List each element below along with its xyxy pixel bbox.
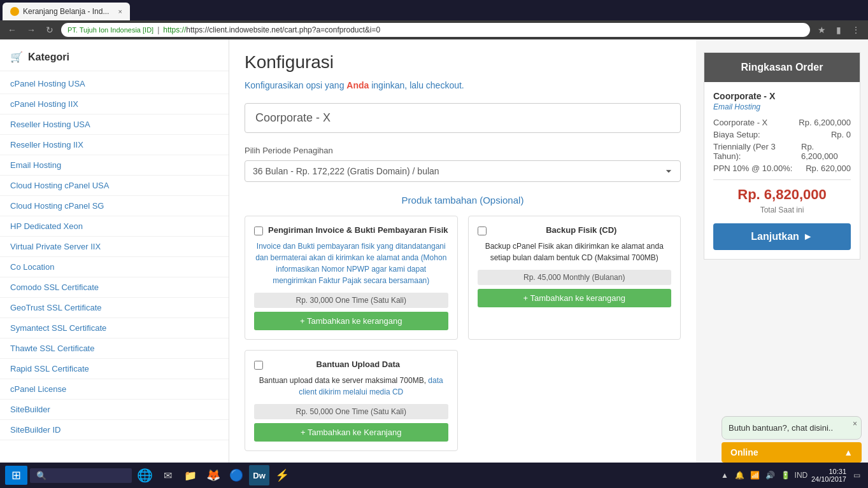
sidebar-item-thawte-ssl[interactable]: Thawte SSL Certificate <box>0 338 229 359</box>
addon-1-checkbox[interactable] <box>254 227 263 235</box>
addon-card-1: Pengiriman Invoice & Bukti Pembayaran Fi… <box>245 216 458 340</box>
chat-bubble: × Butuh bantuan?, chat disini.. <box>722 416 862 440</box>
url-text: https://https://client.indowebsite.net/c… <box>163 25 380 34</box>
page-subtitle: Konfigurasikan opsi yang Anda inginkan, … <box>245 80 681 90</box>
addon-2-add-btn[interactable]: + Tambahkan ke kerangang <box>478 289 672 307</box>
addon-1-btn-label: + Tambahkan ke kerangang <box>300 316 402 326</box>
period-label: Pilih Periode Penagihan <box>245 146 681 155</box>
addon-card-2: Backup Fisik (CD) Backup cPanel Fisik ak… <box>468 216 681 340</box>
sidebar-item-email-hosting[interactable]: Email Hosting <box>0 155 229 176</box>
addon-3-btn-label: + Tambahkan ke Keranjang <box>301 428 401 437</box>
product-name-box: Coorporate - X <box>245 103 681 133</box>
addon-2-description: Backup cPanel Fisik akan dikirimkan ke a… <box>478 241 672 263</box>
addon-card-3: Bantuan Upload Data Bantuan upload data … <box>245 350 458 451</box>
sidebar-item-reseller-usa[interactable]: Reseller Hosting USA <box>0 115 229 135</box>
order-triennially-label: Triennially (Per 3 Tahun): <box>713 142 801 161</box>
addon-3-header: Bantuan Upload Data <box>254 359 448 370</box>
product-name-text: Coorporate - X <box>255 111 331 124</box>
content-inner: Konfigurasi Konfigurasikan opsi yang And… <box>245 52 681 451</box>
sidebar-item-cloud-usa[interactable]: Cloud Hosting cPanel USA <box>0 176 229 196</box>
optional-title: Produk tambahan (Opsional) <box>245 195 681 206</box>
url-full: https://client.indowebsite.net/cart.php?… <box>186 25 380 34</box>
active-tab[interactable]: Keranjang Belanja - Ind... × <box>3 3 130 20</box>
addon-1-description: Invoice dan Bukti pembayaran fisik yang … <box>254 241 448 286</box>
sidebar-item-sitebuilder[interactable]: SiteBuilder <box>0 400 229 420</box>
menu-btn[interactable]: ⋮ <box>849 24 863 36</box>
content-area: Konfigurasi Konfigurasikan opsi yang And… <box>229 39 696 463</box>
right-panel: Ringkasan Order Coorporate - X Email Hos… <box>696 39 868 463</box>
addon-3-add-btn[interactable]: + Tambahkan ke Keranjang <box>254 423 448 442</box>
sidebar-item-co-location[interactable]: Co Location <box>0 257 229 277</box>
addon-2-title: Backup Fisik (CD) <box>492 225 672 235</box>
sidebar-item-cloud-sg[interactable]: Cloud Hosting cPanel SG <box>0 196 229 216</box>
addon-3-checkbox[interactable] <box>254 361 263 370</box>
order-total: Rp. 6,820,000 <box>713 186 851 203</box>
sidebar-item-cpanel-iix[interactable]: cPanel Hosting IIX <box>0 94 229 115</box>
order-triennially-value: Rp. 6,200,000 <box>801 142 851 161</box>
url-secure-label: PT. Tujuh Ion Indonesia [ID] <box>68 26 153 34</box>
addon-3-title: Bantuan Upload Data <box>268 359 448 369</box>
back-btn[interactable]: ← <box>5 24 19 36</box>
addon-2-checkbox[interactable] <box>478 227 487 235</box>
addon-3-description: Bantuan upload data ke server maksimal 7… <box>254 375 448 398</box>
address-bar: ← → ↻ PT. Tujuh Ion Indonesia [ID] | htt… <box>0 20 868 39</box>
chat-bar-chevron-icon: ▲ <box>844 447 853 457</box>
chat-close-btn[interactable]: × <box>853 419 857 428</box>
addon-1-add-btn[interactable]: + Tambahkan ke kerangang <box>254 312 448 330</box>
tab-favicon <box>10 7 19 16</box>
lanjutkan-btn[interactable]: Lanjutkan ► <box>713 223 851 250</box>
addon-3-price: Rp. 50,000 One Time (Satu Kali) <box>254 404 448 419</box>
chat-bubble-text: Butuh bantuan?, chat disini.. <box>729 423 833 433</box>
order-line-setup: Biaya Setup: Rp. 0 <box>713 130 851 139</box>
subtitle-highlight: Anda <box>346 80 369 90</box>
sidebar-item-hp-dedicated[interactable]: HP Dedicated Xeon <box>0 216 229 237</box>
sidebar-item-cpanel-usa[interactable]: cPanel Hosting USA <box>0 74 229 94</box>
period-select[interactable]: 36 Bulan - Rp. 172,222 (Gratis Domain) /… <box>245 160 681 182</box>
sidebar-item-reseller-iix[interactable]: Reseller Hosting IIX <box>0 135 229 155</box>
order-line-ppn: PPN 10% @ 10.00%: Rp. 620,000 <box>713 164 851 173</box>
order-ppn-value: Rp. 620,000 <box>806 164 851 173</box>
order-product-type: Email Hosting <box>713 102 851 111</box>
order-divider <box>713 179 851 180</box>
sidebar-item-rapid-ssl[interactable]: Rapid SSL Certificate <box>0 359 229 379</box>
addon-1-price: Rp. 30,000 One Time (Satu Kali) <box>254 293 448 308</box>
addon-1-title: Pengiriman Invoice & Bukti Pembayaran Fi… <box>268 225 448 235</box>
order-product-name: Coorporate - X <box>713 91 851 101</box>
tab-label: Keranjang Belanja - Ind... <box>23 7 109 16</box>
sidebar-item-geotrust-ssl[interactable]: GeoTrust SSL Certificate <box>0 298 229 318</box>
order-total-label: Total Saat ini <box>713 206 851 214</box>
main-container: 🛒 Kategori cPanel Hosting USA cPanel Hos… <box>0 39 868 463</box>
order-summary-body: Coorporate - X Email Hosting Coorporate … <box>704 82 860 259</box>
sidebar-item-vps-iix[interactable]: Virtual Private Server IIX <box>0 237 229 257</box>
addon-2-header: Backup Fisik (CD) <box>478 225 672 235</box>
sidebar-header: 🛒 Kategori <box>0 46 229 71</box>
order-product-price: Rp. 6,200,000 <box>799 118 851 127</box>
addon-2-btn-label: + Tambahkan ke kerangang <box>523 293 625 303</box>
refresh-btn[interactable]: ↻ <box>43 24 56 36</box>
order-summary-header: Ringkasan Order <box>704 53 860 82</box>
chat-bar-label: Online <box>730 447 758 457</box>
order-product-label: Coorporate - X <box>713 118 767 127</box>
sidebar-item-symantect-ssl[interactable]: Symantect SSL Certificate <box>0 318 229 338</box>
order-ppn-label: PPN 10% @ 10.00%: <box>713 164 792 173</box>
subtitle-part2: inginkan, lalu checkout. <box>369 80 464 90</box>
subtitle-part1: Konfigurasikan opsi yang <box>245 80 346 90</box>
chat-bar[interactable]: Online ▲ <box>722 442 862 463</box>
chat-widget: × Butuh bantuan?, chat disini.. Online ▲ <box>722 416 862 463</box>
star-btn[interactable]: ★ <box>815 24 829 36</box>
addons-grid: Pengiriman Invoice & Bukti Pembayaran Fi… <box>245 216 681 451</box>
tab-bar: Keranjang Belanja - Ind... × <box>0 0 868 20</box>
tab-close-btn[interactable]: × <box>118 8 122 15</box>
sidebar-title: Kategori <box>28 52 69 63</box>
order-line-product: Coorporate - X Rp. 6,200,000 <box>713 118 851 127</box>
sidebar-item-cpanel-license[interactable]: cPanel License <box>0 379 229 400</box>
forward-btn[interactable]: → <box>24 24 38 36</box>
order-summary: Ringkasan Order Coorporate - X Email Hos… <box>704 52 860 260</box>
addon-2-price: Rp. 45,000 Monthly (Bulanan) <box>478 270 672 285</box>
sidebar-item-comodo-ssl[interactable]: Comodo SSL Certificate <box>0 277 229 298</box>
url-bar[interactable]: PT. Tujuh Ion Indonesia [ID] | https://h… <box>61 23 810 37</box>
extensions-btn[interactable]: ▮ <box>834 24 844 36</box>
sidebar-item-sitebuilder-id[interactable]: SiteBuilder ID <box>0 420 229 440</box>
addon-1-header: Pengiriman Invoice & Bukti Pembayaran Fi… <box>254 225 448 235</box>
sidebar: 🛒 Kategori cPanel Hosting USA cPanel Hos… <box>0 39 229 463</box>
